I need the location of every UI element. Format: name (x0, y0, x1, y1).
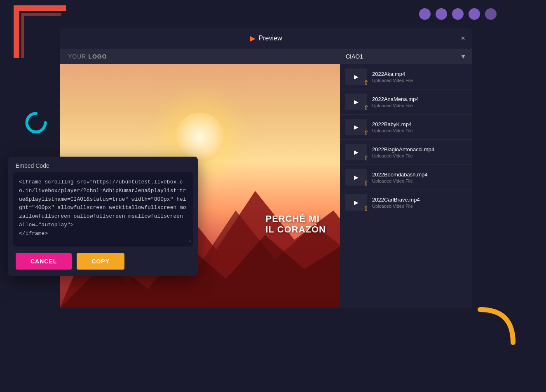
playlist-item-info-2: 2022AnaMena.mp4 Uploaded Video File (372, 96, 467, 108)
playlist-item-type-3: Uploaded Video File (372, 128, 467, 133)
playlist-thumb-3: ▶ ⇧ (345, 119, 367, 135)
corner-bracket-decoration (12, 4, 66, 58)
playlist-dropdown-icon: ▼ (460, 53, 466, 60)
playlist-thumb-5: ▶ ⇧ (345, 169, 367, 185)
resize-handle-icon: ↘ (188, 237, 191, 245)
curve-orange-decoration (476, 305, 513, 343)
playlist-thumb-2: ▶ ⇧ (345, 94, 367, 110)
playlist-item-info-6: 2022CarlBrave.mp4 Uploaded Video File (372, 197, 467, 209)
upload-icon-3: ⇧ (363, 129, 369, 137)
playlist-item-info-5: 2022Boomdabash.mp4 Uploaded Video File (372, 171, 467, 183)
dot-1 (419, 8, 431, 20)
playlist-item[interactable]: ▶ ⇧ 2022CarlBrave.mp4 Uploaded Video Fil… (340, 190, 472, 215)
playlist-thumb-6: ▶ ⇧ (345, 194, 367, 211)
playlist-thumb-1: ▶ ⇧ (345, 68, 367, 85)
play-icon-3: ▶ (354, 124, 359, 130)
upload-icon-4: ⇧ (363, 154, 369, 162)
play-icon-5: ▶ (354, 174, 359, 181)
video-text-overlay: PERCHÉ MI IL CORAZÓN (266, 214, 326, 235)
embed-actions: CANCEL COPY (8, 246, 198, 276)
play-icon-1: ▶ (354, 73, 359, 80)
dot-2 (436, 8, 447, 20)
upload-icon-5: ⇧ (363, 179, 369, 187)
embed-panel: Embed Code <iframe scrolling src="https:… (8, 157, 198, 276)
playlist-item[interactable]: ▶ ⇧ 2022BiagioAntonacci.mp4 Uploaded Vid… (340, 140, 472, 165)
video-line1: PERCHÉ MI (266, 214, 326, 224)
play-icon-6: ▶ (354, 199, 359, 206)
embed-code-box: <iframe scrolling src="https://ubuntutes… (13, 172, 193, 246)
playlist-item-type-4: Uploaded Video File (372, 153, 467, 158)
playlist-item-type-2: Uploaded Video File (372, 103, 467, 108)
embed-label: Embed Code (8, 157, 198, 172)
modal-title-text: Preview (259, 35, 282, 42)
copy-button[interactable]: COPY (77, 253, 124, 270)
playlist-item-name-4: 2022BiagioAntonacci.mp4 (372, 146, 467, 153)
playlist-item-name-6: 2022CarlBrave.mp4 (372, 197, 467, 203)
playlist-item[interactable]: ▶ ⇧ 2022AnaMena.mp4 Uploaded Video File (340, 89, 472, 115)
playlist-item-name-3: 2022BabyK.mp4 (372, 121, 467, 127)
play-icon-2: ▶ (354, 99, 359, 105)
modal-header: ▶ Preview × (60, 28, 472, 49)
playlist-item-info-3: 2022BabyK.mp4 Uploaded Video File (372, 121, 467, 133)
playlist-item-type-1: Uploaded Video File (372, 78, 467, 83)
upload-icon-1: ⇧ (363, 79, 369, 87)
upload-icon-2: ⇧ (363, 104, 369, 112)
playlist-item-name-1: 2022Aka.mp4 (372, 71, 467, 77)
modal-close-button[interactable]: × (461, 35, 465, 42)
playlist-item-type-5: Uploaded Video File (372, 178, 467, 183)
cancel-button[interactable]: CANCEL (16, 253, 72, 270)
preview-logo-bar: YOUR LOGO (60, 49, 340, 64)
playlist-thumb-4: ▶ ⇧ (345, 144, 367, 160)
playlist-item-info-4: 2022BiagioAntonacci.mp4 Uploaded Video F… (372, 146, 467, 158)
spinner-decoration (25, 111, 49, 136)
playlist-items: ▶ ⇧ 2022Aka.mp4 Uploaded Video File ▶ ⇧ … (340, 64, 472, 308)
playlist-item-info-1: 2022Aka.mp4 Uploaded Video File (372, 71, 467, 83)
modal-title: ▶ Preview (250, 34, 282, 43)
play-icon-4: ▶ (354, 149, 359, 155)
dot-4 (469, 8, 480, 20)
playlist-panel: CIAO1 ▼ ▶ ⇧ 2022Aka.mp4 Uploaded Video F… (340, 49, 472, 308)
playlist-item-type-6: Uploaded Video File (372, 204, 467, 209)
upload-icon-6: ⇧ (363, 204, 369, 212)
playlist-header[interactable]: CIAO1 ▼ (340, 49, 472, 64)
preview-logo: YOUR LOGO (68, 53, 107, 60)
playlist-item-name-5: 2022Boomdabash.mp4 (372, 171, 467, 178)
dot-5 (485, 8, 497, 20)
embed-code-text: <iframe scrolling src="https://ubuntutes… (19, 178, 187, 238)
dot-3 (452, 8, 464, 20)
playlist-item[interactable]: ▶ ⇧ 2022Aka.mp4 Uploaded Video File (340, 64, 472, 89)
playlist-title: CIAO1 (346, 53, 363, 60)
dots-decoration (419, 8, 497, 20)
playlist-item-name-2: 2022AnaMena.mp4 (372, 96, 467, 102)
playlist-item[interactable]: ▶ ⇧ 2022Boomdabash.mp4 Uploaded Video Fi… (340, 165, 472, 190)
video-sun (175, 113, 225, 162)
video-line2: IL CORAZÓN (266, 224, 326, 235)
playlist-item[interactable]: ▶ ⇧ 2022BabyK.mp4 Uploaded Video File (340, 115, 472, 140)
preview-play-icon: ▶ (250, 34, 255, 43)
